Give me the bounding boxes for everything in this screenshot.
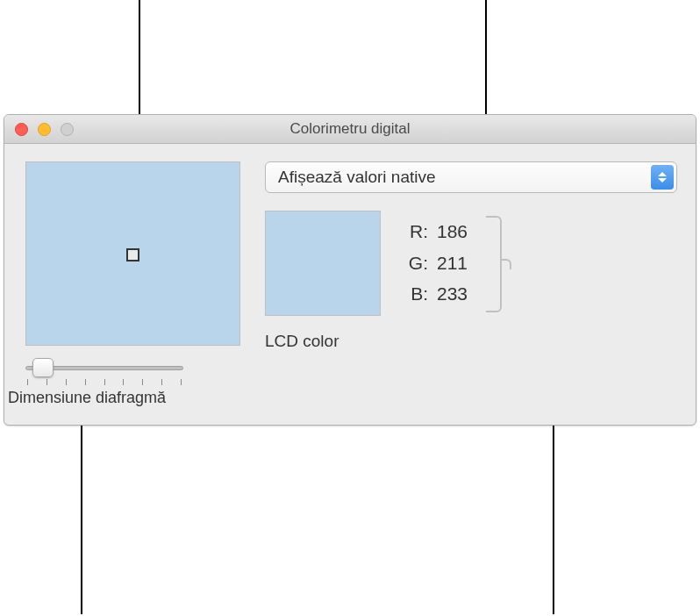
minimize-button[interactable] bbox=[38, 123, 51, 136]
slider-knob[interactable] bbox=[32, 358, 54, 377]
aperture-size-slider[interactable] bbox=[25, 358, 183, 381]
content-area: Dimensiune diafragmă Afișează valori nat… bbox=[4, 144, 696, 425]
value-row-b: B: 233 bbox=[402, 278, 475, 310]
r-value: 186 bbox=[437, 216, 475, 247]
b-label: B: bbox=[402, 278, 428, 310]
traffic-lights bbox=[4, 123, 74, 136]
value-row-g: G: 211 bbox=[402, 247, 475, 279]
aperture-indicator bbox=[126, 248, 139, 261]
preview-area bbox=[25, 161, 240, 346]
titlebar[interactable]: Colorimetru digital bbox=[4, 115, 696, 144]
app-window: Colorimetru digital Dimensiune diafragmă bbox=[4, 114, 696, 426]
value-row-r: R: 186 bbox=[402, 216, 475, 247]
g-value: 211 bbox=[437, 247, 475, 279]
popup-selected-label: Afișează valori native bbox=[278, 168, 436, 187]
slider-label: Dimensiune diafragmă bbox=[8, 389, 236, 407]
color-profile-label: LCD color bbox=[265, 332, 677, 351]
close-button[interactable] bbox=[15, 123, 28, 136]
window-title: Colorimetru digital bbox=[4, 120, 696, 138]
values-bracket bbox=[486, 216, 502, 312]
display-mode-popup[interactable]: Afișează valori native bbox=[265, 161, 677, 193]
g-label: G: bbox=[402, 247, 428, 279]
r-label: R: bbox=[402, 216, 428, 247]
color-swatch bbox=[265, 211, 381, 316]
color-values: R: 186 G: 211 B: 233 bbox=[402, 216, 475, 312]
b-value: 233 bbox=[437, 278, 475, 310]
zoom-button[interactable] bbox=[61, 123, 74, 136]
popup-arrows-icon bbox=[651, 165, 674, 190]
